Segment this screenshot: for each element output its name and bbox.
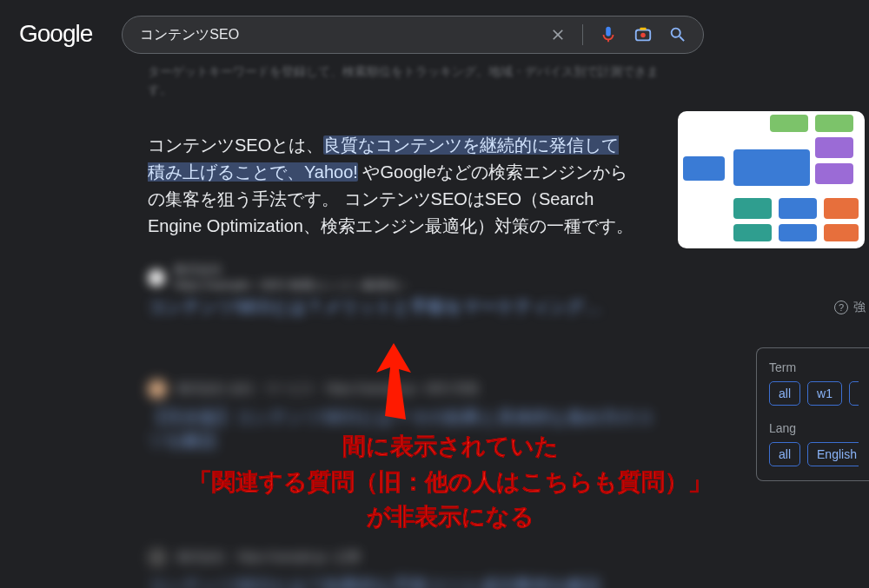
search-result[interactable]: 株式会社 https://sample.jp › 記事 コンテンツSEOとは？効… <box>148 548 660 588</box>
chip-term-m1[interactable]: m1 <box>849 381 859 406</box>
result-url: https://sample.jp › 記事 <box>237 550 361 565</box>
result-url: https://sample.jp › SEO 対策 <box>326 381 479 397</box>
search-result[interactable]: 株式会社 会社・サービス https://sample.jp › SEO 対策 … <box>148 380 660 453</box>
featured-snippet: コンテンツSEOとは、良質なコンテンツを継続的に発信して積み上げることで、Yah… <box>148 132 660 319</box>
featured-text: コンテンツSEOとは、良質なコンテンツを継続的に発信して積み上げることで、Yah… <box>148 132 634 240</box>
chip-lang-all[interactable]: all <box>769 442 800 466</box>
search-bar[interactable] <box>122 16 704 54</box>
result-title[interactable]: コンテンツSEOとは？効果的な手順コツと成功事例を解説 <box>148 574 660 588</box>
chip-lang-english[interactable]: English <box>807 442 859 466</box>
lens-icon[interactable] <box>634 25 653 44</box>
term-chips: all w1 m1 <box>769 381 859 406</box>
result-site: 株式会社 <box>177 550 226 565</box>
source-url: https://sample › SEO 検索エンジン最適化 › <box>174 278 407 294</box>
featured-pre: コンテンツSEOとは、 <box>148 135 323 155</box>
divider <box>582 24 583 45</box>
svg-point-1 <box>641 33 647 38</box>
filter-panel: Term all w1 m1 Lang all English <box>756 347 869 481</box>
search-input[interactable] <box>140 27 549 43</box>
featured-title[interactable]: コンテンツSEOとは？メリットと手順をマーケティング… <box>148 295 660 319</box>
featured-image[interactable] <box>678 111 865 248</box>
clear-icon[interactable] <box>549 26 567 43</box>
favicon <box>148 548 167 567</box>
feedback-link[interactable]: ? 強 <box>834 300 866 315</box>
svg-rect-2 <box>640 28 647 30</box>
search-icons <box>549 24 687 45</box>
sponsored-snippet: ターゲットキーワードを登録して、検索順位をトラッキング。地域・デバイス別で計測で… <box>148 63 660 99</box>
chip-term-all[interactable]: all <box>769 381 800 406</box>
favicon <box>148 269 165 287</box>
favicon <box>148 380 167 399</box>
header: Google <box>0 0 869 63</box>
lang-label: Lang <box>769 421 859 435</box>
chip-term-w1[interactable]: w1 <box>807 381 842 406</box>
help-text: 強 <box>853 300 866 315</box>
featured-source[interactable]: 株式会社 https://sample › SEO 検索エンジン最適化 › <box>148 262 660 294</box>
google-logo[interactable]: Google <box>19 20 92 48</box>
help-icon: ? <box>834 301 848 314</box>
search-icon[interactable] <box>668 25 687 44</box>
result-title[interactable]: 【完全版】コンテンツSEOとは？その効果と具体的な進め方のコツを解説 <box>148 406 660 453</box>
mic-icon[interactable] <box>599 25 618 44</box>
term-label: Term <box>769 360 859 374</box>
results-column: ターゲットキーワードを登録して、検索順位をトラッキング。地域・デバイス別で計測で… <box>148 63 660 588</box>
result-site: 株式会社 会社・サービス <box>177 381 315 397</box>
lang-chips: all English <box>769 442 859 466</box>
source-site: 株式会社 <box>174 262 407 278</box>
